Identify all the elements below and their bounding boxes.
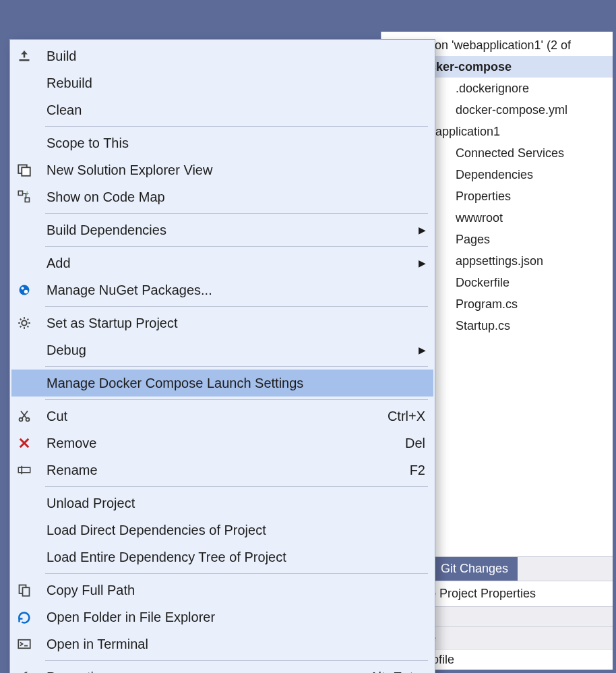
menu-item-load-entire-dependency-tree-of-project[interactable]: Load Entire Dependency Tree of Project xyxy=(11,544,433,570)
svg-rect-4 xyxy=(18,191,22,195)
menu-item-label: Remove xyxy=(47,436,392,451)
menu-item-manage-nuget-packages[interactable]: Manage NuGet Packages... xyxy=(11,276,433,303)
menu-item-unload-project[interactable]: Unload Project xyxy=(11,490,433,517)
menu-item-label: Copy Full Path xyxy=(47,583,425,598)
menu-item-debug[interactable]: Debug▶ xyxy=(11,336,433,363)
menu-item-rebuild[interactable]: Rebuild xyxy=(11,69,433,96)
menu-item-scope-to-this[interactable]: Scope to This xyxy=(11,129,433,156)
svg-rect-25 xyxy=(18,467,30,473)
svg-rect-29 xyxy=(18,640,30,649)
terminal-icon xyxy=(16,635,33,653)
menu-item-label: Set as Startup Project xyxy=(47,316,425,331)
tree-item-label: wwwroot xyxy=(456,211,503,225)
menu-item-build-dependencies[interactable]: Build Dependencies▶ xyxy=(11,216,433,243)
tree-item-label: Dockerfile xyxy=(456,276,510,290)
menu-item-label: Open in Terminal xyxy=(47,637,425,652)
menu-separator xyxy=(45,366,428,367)
submenu-arrow-icon: ▶ xyxy=(419,345,425,355)
menu-item-build[interactable]: Build xyxy=(11,42,433,69)
menu-item-set-as-startup-project[interactable]: Set as Startup Project xyxy=(11,310,433,336)
svg-point-8 xyxy=(22,287,24,290)
blank-icon xyxy=(16,548,33,566)
tree-item-label: Startup.cs xyxy=(456,319,510,333)
menu-item-label: Load Direct Dependencies of Project xyxy=(47,523,425,538)
svg-line-16 xyxy=(28,326,29,328)
blank-icon xyxy=(16,74,33,92)
new-solution-view-icon xyxy=(16,161,33,179)
submenu-arrow-icon: ▶ xyxy=(419,258,425,268)
svg-rect-3 xyxy=(22,167,30,176)
menu-item-open-folder-in-file-explorer[interactable]: Open Folder in File Explorer xyxy=(11,604,433,631)
menu-separator xyxy=(45,573,428,574)
menu-item-add[interactable]: Add▶ xyxy=(11,250,433,276)
menu-item-label: Add xyxy=(47,256,419,271)
menu-item-open-in-terminal[interactable]: Open in Terminal xyxy=(11,631,433,657)
tree-item-label: Dependencies xyxy=(456,168,533,182)
menu-separator xyxy=(45,486,428,487)
tree-item-label: docker-compose.yml xyxy=(456,103,567,117)
svg-line-17 xyxy=(20,326,22,328)
svg-point-9 xyxy=(24,290,28,294)
menu-item-label: Build Dependencies xyxy=(47,223,419,238)
git-changes-tab[interactable]: Git Changes xyxy=(431,557,518,581)
menu-item-rename[interactable]: RenameF2 xyxy=(11,457,433,484)
menu-item-shortcut: Del xyxy=(405,436,425,451)
menu-item-shortcut: Ctrl+X xyxy=(388,409,425,424)
svg-point-7 xyxy=(20,285,30,295)
gear-icon xyxy=(16,314,33,332)
svg-rect-28 xyxy=(23,587,30,596)
menu-item-label: Manage Docker Compose Launch Settings xyxy=(47,376,425,391)
blank-icon xyxy=(16,341,33,359)
tree-item-label: Program.cs xyxy=(456,297,518,312)
menu-item-label: Build xyxy=(47,49,425,64)
blank-icon xyxy=(16,134,33,152)
cut-icon xyxy=(16,407,33,425)
menu-item-cut[interactable]: CutCtrl+X xyxy=(11,403,433,430)
menu-item-label: Cut xyxy=(47,409,374,424)
project-context-menu: BuildRebuildCleanScope to ThisNew Soluti… xyxy=(9,39,435,673)
build-icon xyxy=(16,47,33,65)
tree-item-label: appsettings.json xyxy=(456,254,543,268)
menu-item-remove[interactable]: RemoveDel xyxy=(11,430,433,457)
tree-item-label: Properties xyxy=(456,189,511,204)
blank-icon xyxy=(16,101,33,119)
nuget-icon xyxy=(16,281,33,299)
svg-line-18 xyxy=(28,319,29,320)
svg-text:+: + xyxy=(25,190,29,197)
menu-item-label: New Solution Explorer View xyxy=(47,163,425,178)
menu-item-label: Unload Project xyxy=(47,496,425,511)
menu-item-load-direct-dependencies-of-project[interactable]: Load Direct Dependencies of Project xyxy=(11,517,433,544)
blank-icon xyxy=(16,521,33,539)
menu-item-label: Debug xyxy=(47,343,419,358)
menu-item-label: Open Folder in File Explorer xyxy=(47,610,425,625)
menu-item-manage-docker-compose-launch-settings[interactable]: Manage Docker Compose Launch Settings xyxy=(11,370,433,397)
submenu-arrow-icon: ▶ xyxy=(419,225,425,235)
blank-icon xyxy=(16,374,33,392)
tree-item-label: Pages xyxy=(456,233,490,247)
blank-icon xyxy=(16,254,33,272)
menu-item-label: Rebuild xyxy=(47,76,425,91)
menu-item-new-solution-explorer-view[interactable]: New Solution Explorer View xyxy=(11,156,433,183)
menu-item-copy-full-path[interactable]: Copy Full Path xyxy=(11,577,433,604)
svg-point-10 xyxy=(22,320,27,326)
remove-icon xyxy=(16,434,33,452)
menu-separator xyxy=(45,126,428,127)
title-bar-area xyxy=(3,3,613,32)
copy-icon xyxy=(16,581,33,599)
menu-item-label: Scope to This xyxy=(47,136,425,151)
menu-item-properties[interactable]: PropertiesAlt+Enter xyxy=(11,664,433,673)
menu-item-show-on-code-map[interactable]: +Show on Code Map xyxy=(11,183,433,210)
menu-separator xyxy=(45,246,428,247)
menu-item-label: Load Entire Dependency Tree of Project xyxy=(47,550,425,565)
wrench-icon xyxy=(16,668,33,673)
menu-item-shortcut: F2 xyxy=(410,463,425,478)
open-folder-icon xyxy=(16,608,33,626)
menu-separator xyxy=(45,213,428,214)
menu-separator xyxy=(45,660,428,661)
rename-icon xyxy=(16,461,33,479)
svg-line-15 xyxy=(20,319,22,320)
menu-item-label: Show on Code Map xyxy=(47,189,425,205)
tree-item-label: .dockerignore xyxy=(456,82,529,96)
menu-item-clean[interactable]: Clean xyxy=(11,96,433,123)
blank-icon xyxy=(16,494,33,512)
